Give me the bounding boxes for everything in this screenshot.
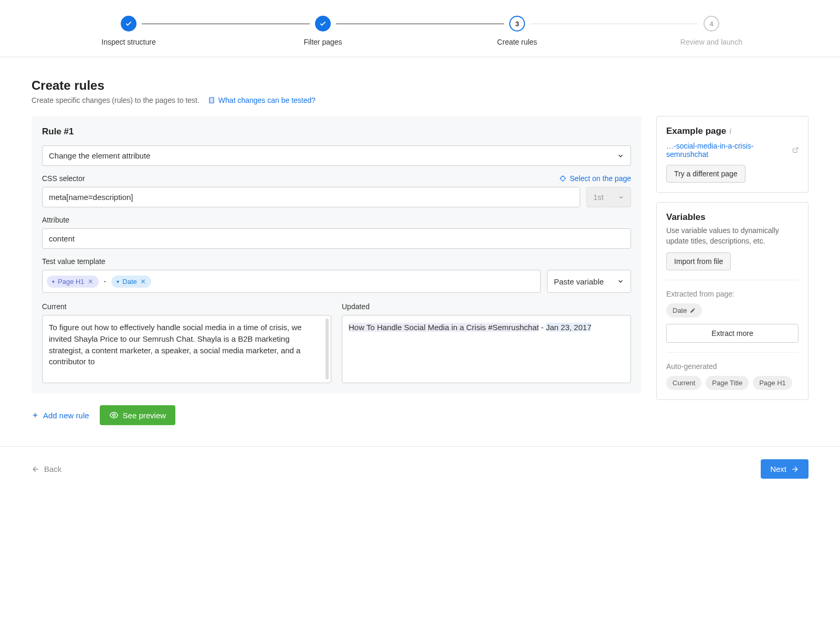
extracted-chip-date[interactable]: Date — [666, 303, 702, 318]
current-label: Current — [42, 302, 331, 311]
variable-tag-date[interactable]: ▾ Date ✕ — [111, 276, 151, 288]
auto-label: Auto-generated — [666, 362, 799, 371]
svg-point-7 — [112, 414, 115, 417]
check-icon — [121, 16, 136, 31]
page-subtitle: Create specific changes (rules) to the p… — [32, 96, 200, 104]
plus-icon — [32, 412, 39, 419]
remove-tag-icon[interactable]: ✕ — [88, 278, 93, 286]
extract-more-button[interactable]: Extract more — [666, 324, 799, 343]
step-label: Inspect structure — [101, 38, 156, 46]
chevron-down-icon: ▾ — [52, 279, 55, 284]
add-rule-button[interactable]: Add new rule — [32, 411, 89, 420]
select-on-page-text: Select on the page — [570, 174, 631, 183]
chevron-down-icon — [617, 152, 624, 160]
step-inspect[interactable]: Inspect structure — [32, 16, 226, 46]
variable-tag-page-h1[interactable]: ▾ Page H1 ✕ — [47, 276, 99, 288]
see-preview-button[interactable]: See preview — [100, 405, 176, 425]
step-label: Review and launch — [680, 38, 742, 46]
occurrence-select[interactable]: 1st — [586, 187, 631, 207]
example-title: Example page — [666, 126, 726, 136]
pencil-icon[interactable] — [690, 308, 696, 313]
step-label: Filter pages — [303, 38, 342, 46]
book-icon — [208, 97, 215, 104]
select-on-page-link[interactable]: Select on the page — [559, 174, 631, 183]
css-label: CSS selector — [42, 174, 85, 183]
help-link-text: What changes can be tested? — [218, 96, 316, 104]
action-select-value: Change the element attribute — [49, 151, 150, 160]
info-icon[interactable]: i — [729, 127, 731, 135]
stepper: Inspect structure Filter pages 3 Create … — [0, 0, 840, 57]
external-link-icon — [792, 147, 799, 153]
updated-label: Updated — [342, 302, 631, 311]
auto-chip-page-title[interactable]: Page Title — [706, 376, 749, 390]
template-label: Test value template — [42, 257, 106, 266]
updated-value: How To Handle Social Media in a Crisis #… — [342, 315, 631, 383]
variables-panel: Variables Use variable values to dynamic… — [656, 202, 808, 400]
eye-icon — [109, 410, 119, 420]
svg-line-8 — [795, 148, 798, 151]
rule-title: Rule #1 — [42, 126, 631, 137]
css-selector-input[interactable]: meta[name=description] — [42, 187, 580, 207]
import-from-file-button[interactable]: Import from file — [666, 252, 731, 270]
extracted-label: Extracted from page: — [666, 290, 799, 298]
check-icon — [315, 16, 331, 31]
current-value: To figure out how to effectively handle … — [42, 315, 331, 383]
paste-variable-select[interactable]: Paste variable — [547, 270, 631, 293]
auto-chip-current[interactable]: Current — [666, 376, 701, 390]
attribute-input[interactable]: content — [42, 228, 631, 249]
step-filter[interactable]: Filter pages — [226, 16, 420, 46]
page-title: Create rules — [32, 78, 808, 93]
auto-chip-page-h1[interactable]: Page H1 — [753, 376, 792, 390]
chevron-down-icon: ▾ — [117, 279, 119, 284]
chevron-down-icon — [618, 194, 624, 201]
step-label: Create rules — [497, 38, 537, 46]
rule-panel: Rule #1 Change the element attribute CSS… — [32, 116, 642, 394]
target-icon — [559, 175, 566, 182]
template-dash: - — [104, 277, 107, 286]
arrow-right-icon — [791, 465, 799, 473]
attribute-label: Attribute — [42, 216, 69, 224]
action-select[interactable]: Change the element attribute — [42, 145, 631, 166]
chevron-down-icon — [617, 278, 624, 285]
template-input[interactable]: ▾ Page H1 ✕ - ▾ Date ✕ — [42, 270, 541, 293]
step-review: 4 Review and launch — [614, 16, 808, 46]
example-page-panel: Example page i …-social-media-in-a-crisi… — [656, 116, 808, 193]
svg-point-0 — [561, 176, 565, 181]
try-different-page-button[interactable]: Try a different page — [666, 165, 746, 183]
next-button[interactable]: Next — [761, 459, 808, 479]
back-button[interactable]: Back — [32, 465, 61, 473]
variables-title: Variables — [666, 212, 799, 223]
step-number: 4 — [704, 16, 719, 31]
arrow-left-icon — [32, 465, 40, 473]
step-create[interactable]: 3 Create rules — [420, 16, 614, 46]
remove-tag-icon[interactable]: ✕ — [140, 278, 146, 286]
step-number: 3 — [509, 16, 525, 31]
example-page-link[interactable]: …-social-media-in-a-crisis-semrushchat — [666, 142, 799, 159]
help-link[interactable]: What changes can be tested? — [208, 96, 316, 104]
variables-desc: Use variable values to dynamically updat… — [666, 226, 799, 246]
